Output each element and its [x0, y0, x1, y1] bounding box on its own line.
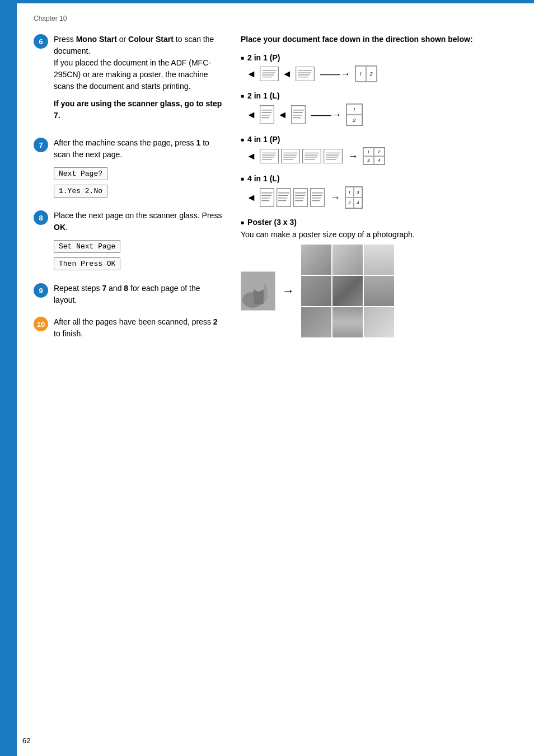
lcd-then-press: Then Press OK [54, 257, 120, 270]
step-6-circle: 6 [34, 34, 48, 49]
thumb-2in1p-2 [296, 67, 315, 81]
poster-cell-bm [332, 307, 363, 337]
svg-rect-5 [296, 67, 314, 81]
out-num-2l: 2 [346, 115, 362, 125]
out-num-2: 2 [366, 66, 377, 82]
out-num-1: I [355, 66, 366, 82]
arrow-left-icon-2: ◄ [282, 68, 292, 80]
arrow-left-icon: ◄ [246, 68, 256, 80]
step-6: 6 Press Mono Start or Colour Start to sc… [34, 34, 224, 127]
poster-cell-tm [332, 245, 363, 275]
thumb-4in1l-2 [277, 188, 291, 207]
step-7-content: After the machine scans the page, press … [54, 137, 224, 200]
output-2in1p: I 2 [355, 65, 377, 82]
layout-poster-label: Poster (3 x 3) [241, 218, 498, 227]
arrow-right-icon-4: → [330, 192, 340, 204]
out-num-4l-1: I [345, 187, 354, 198]
out-num-4p-3: 3 [363, 156, 374, 165]
arrow-left-icon-6: ◄ [246, 192, 256, 204]
layout-4in1p: 4 in 1 (P) ◄ [241, 135, 498, 165]
arrow-right-icon-3: → [348, 151, 358, 162]
svg-rect-0 [260, 67, 278, 81]
right-panel-title: Place your document face down in the dir… [241, 34, 498, 45]
left-sidebar [0, 0, 17, 756]
svg-rect-15 [292, 106, 305, 123]
layout-2in1l-diagram: ◄ ◄ [246, 104, 498, 126]
step-8-circle: 8 [34, 210, 48, 225]
step-8-content: Place the next page on the scanner glass… [54, 210, 224, 273]
step-10-content: After all the pages have been scanned, p… [54, 316, 224, 340]
step-9-circle: 9 [34, 283, 48, 298]
out-num-4l-3: 3 [354, 187, 362, 198]
layout-4in1p-label: 4 in 1 (P) [241, 135, 498, 144]
svg-rect-55 [311, 189, 324, 206]
out-num-4l-4: 4 [354, 198, 362, 208]
arrow-left-icon-5: ◄ [246, 151, 256, 162]
poster-cell-bl [301, 307, 331, 337]
svg-rect-50 [294, 189, 307, 206]
thumb-4in1p-2 [281, 149, 300, 163]
step-8: 8 Place the next page on the scanner gla… [34, 210, 224, 273]
poster-cell-ml [301, 276, 331, 306]
left-column: 6 Press Mono Start or Colour Start to sc… [34, 34, 224, 350]
step-6-content: Press Mono Start or Colour Start to scan… [54, 34, 224, 127]
arrow-left-icon-3: ◄ [246, 109, 256, 121]
poster-cell-mm [332, 276, 363, 306]
svg-rect-20 [260, 149, 278, 163]
layout-4in1l-label: 4 in 1 (L) [241, 174, 498, 183]
layout-2in1p: 2 in 1 (P) ◄ ◄ [241, 53, 498, 82]
layout-2in1p-label: 2 in 1 (P) [241, 53, 498, 62]
layout-2in1l-label: 2 in 1 (L) [241, 91, 498, 100]
page-number: 62 [22, 736, 30, 745]
layout-4in1p-diagram: ◄ [246, 147, 498, 165]
out-num-4l-2: 2 [345, 198, 354, 208]
arrow-right-icon: ——→ [320, 68, 350, 80]
output-4in1p: I 2 3 4 [363, 147, 385, 165]
poster-cell-mr [364, 276, 394, 306]
poster-description: You can make a poster size copy of a pho… [241, 230, 498, 239]
out-num-1l: I [346, 104, 362, 115]
step-10-circle: 10 [34, 317, 48, 331]
thumb-4in1p-4 [324, 149, 343, 163]
svg-rect-45 [277, 189, 291, 206]
step-6-text: Press Mono Start or Colour Start to scan… [54, 34, 224, 92]
lcd-yes-no: 1.Yes 2.No [54, 185, 107, 198]
thumb-4in1l-3 [293, 188, 308, 207]
out-num-4p-1: I [363, 148, 374, 156]
thumb-4in1p-3 [302, 149, 321, 163]
step-8-text: Place the next page on the scanner glass… [54, 210, 224, 233]
arrow-left-icon-4: ◄ [278, 109, 288, 121]
out-num-4p-4: 4 [374, 156, 385, 165]
layout-2in1p-diagram: ◄ ◄ [246, 65, 498, 82]
layout-poster: Poster (3 x 3) You can make a poster siz… [241, 218, 498, 337]
poster-cell-tl [301, 245, 331, 275]
step-7: 7 After the machine scans the page, pres… [34, 137, 224, 200]
poster-diagram: → [241, 245, 498, 337]
thumb-4in1l-1 [260, 188, 274, 207]
svg-rect-40 [260, 189, 274, 206]
step-9-text: Repeat steps 7 and 8 for each page of th… [54, 283, 224, 306]
poster-grid [301, 245, 394, 337]
thumb-4in1l-4 [310, 188, 325, 207]
step-7-text: After the machine scans the page, press … [54, 137, 224, 161]
poster-arrow-icon: → [282, 284, 294, 298]
step-6-note: If you are using the scanner glass, go t… [54, 98, 224, 121]
svg-rect-25 [282, 149, 299, 163]
step-10: 10 After all the pages have been scanned… [34, 316, 224, 340]
out-num-4p-2: 2 [374, 148, 385, 156]
output-2in1l: I 2 [346, 104, 363, 126]
poster-cell-tr [364, 245, 394, 275]
poster-cell-br [364, 307, 394, 337]
right-column: Place your document face down in the dir… [224, 34, 498, 346]
step-7-circle: 7 [34, 138, 48, 152]
lcd-next-page: Next Page? [54, 167, 107, 180]
poster-single-image [241, 271, 275, 311]
layout-4in1l: 4 in 1 (L) ◄ [241, 174, 498, 209]
step-9: 9 Repeat steps 7 and 8 for each page of … [34, 283, 224, 306]
chapter-heading: Chapter 10 [34, 15, 517, 22]
svg-point-64 [253, 280, 264, 292]
layout-4in1l-diagram: ◄ [246, 186, 498, 209]
thumb-4in1p-1 [260, 149, 279, 163]
svg-rect-35 [324, 149, 342, 163]
thumb-2in1p-1 [260, 67, 279, 81]
